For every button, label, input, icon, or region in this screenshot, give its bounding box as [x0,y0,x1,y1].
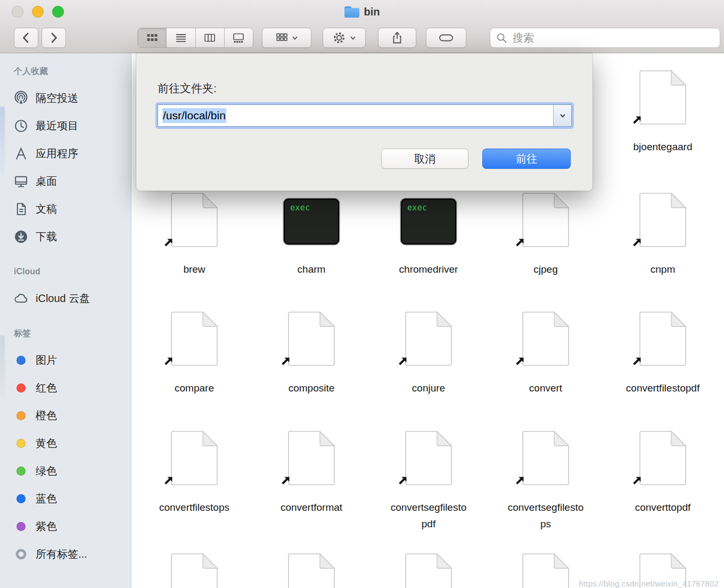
column-view-button[interactable] [196,28,225,47]
sidebar-item-tag[interactable]: 橙色 [0,402,131,429]
sidebar-item-label: 最近项目 [36,119,78,133]
group-menu-button[interactable] [262,28,311,48]
path-dropdown-button[interactable] [553,105,571,126]
sidebar-item-label: 紫色 [36,519,57,534]
gallery-view-button[interactable] [225,28,253,47]
file-convertformat[interactable]: convertformat [253,430,370,516]
file-name: bjoentegaard [634,138,693,155]
file-icon-area [370,552,487,588]
file-chromedriver[interactable]: execchromedriver [370,192,487,277]
sidebar-item-label: iCloud 云盘 [36,291,90,306]
list-view-button[interactable] [167,28,195,47]
search-input[interactable] [512,31,714,45]
sidebar-section: 标签图片红色橙色黄色绿色蓝色紫色 所有标签... [0,327,131,568]
sidebar-item-tag[interactable]: 蓝色 [0,485,131,512]
file-name: convertsegfilesto pdf [391,499,467,532]
document-icon [521,192,570,248]
alias-arrow-icon [513,356,525,369]
cancel-button[interactable]: 取消 [381,149,468,169]
alias-arrow-icon [630,475,643,488]
alias-arrow-icon [161,237,174,250]
grouping-icon [275,31,288,44]
file-icon-area [136,552,253,588]
sidebar-section-header: 个人收藏 [0,65,131,78]
file-convert[interactable]: convert [487,311,604,396]
document-icon [287,311,336,367]
file-name: convertsegfilesto ps [508,499,584,532]
sidebar-item-label: 橙色 [36,409,57,423]
file-cjpeg[interactable]: cjpeg [487,192,604,277]
file-partial[interactable] [370,552,487,588]
file-name: convertfilestops [159,499,229,516]
path-input[interactable]: /usr/local/bin [158,105,553,126]
alias-arrow-icon [513,237,525,250]
sidebar-item-downloads[interactable]: 下载 [0,223,131,250]
file-convertsegfilestops[interactable]: convertsegfilesto ps [487,430,604,532]
document-icon [404,430,453,486]
file-converttopdf[interactable]: converttopdf [604,430,721,516]
list-view-icon [175,31,187,44]
chevron-down-icon [349,34,357,42]
sidebar-item-tag[interactable]: 紫色 [0,512,131,540]
sidebar-item-tag[interactable]: 图片 [0,346,131,374]
go-button[interactable]: 前往 [482,149,571,169]
document-icon [638,311,687,367]
sidebar-item-icloud[interactable]: iCloud 云盘 [0,284,131,312]
sidebar-item-applications[interactable]: 应用程序 [0,140,131,167]
document-icon [404,552,453,588]
sidebar-item-recents[interactable]: 最近项目 [0,112,131,140]
search-icon [496,32,507,44]
file-cnpm[interactable]: cnpm [604,192,721,277]
alias-arrow-icon [278,356,291,369]
file-convertsegfilestopdf[interactable]: convertsegfilesto pdf [370,430,487,532]
file-composite[interactable]: composite [253,311,370,396]
finder-window: bjoentegaard brewexeccharmexecchromedriv… [0,0,724,588]
file-icon-area [136,311,253,367]
chevron-down-icon [291,34,299,42]
alias-arrow-icon [396,475,408,488]
file-icon-area [487,311,604,367]
desktop-bleedthrough [0,336,5,399]
sidebar-item-label: 图片 [36,353,57,368]
sidebar-item-label: 黄色 [36,436,57,451]
executable-icon: exec [284,199,339,244]
sidebar-item-documents[interactable]: 文稿 [0,195,131,223]
file-bjoentegaard[interactable]: bjoentegaard [604,69,721,155]
sidebar-item-tag[interactable]: 绿色 [0,457,131,485]
documents-icon [13,201,29,216]
document-icon [287,430,336,486]
share-button[interactable] [378,28,416,48]
file-conjure[interactable]: conjure [370,311,487,396]
back-button[interactable] [14,28,38,48]
tag-button[interactable] [426,28,466,48]
sidebar-section-header: iCloud [0,265,131,278]
sidebar-item-airdrop[interactable]: 隔空投送 [0,84,131,112]
view-mode-switcher [137,28,253,48]
gear-icon [332,31,346,45]
file-icon-area [370,430,487,486]
sidebar-item-label: 隔空投送 [36,91,78,105]
file-brew[interactable]: brew [136,192,253,277]
file-convertfilestopdf[interactable]: convertfilestopdf [604,311,721,396]
document-icon [170,192,219,248]
search-field[interactable] [490,28,720,48]
document-icon [287,552,336,588]
file-partial[interactable] [253,552,370,588]
forward-button[interactable] [42,28,66,48]
tag-dot-icon [13,491,29,506]
action-menu-button[interactable] [323,28,366,48]
sidebar-item-label: 蓝色 [36,492,57,506]
file-partial[interactable] [136,552,253,588]
file-convertfilestops[interactable]: convertfilestops [136,430,253,516]
sidebar-item-desktop[interactable]: 桌面 [0,167,131,195]
dialog-label: 前往文件夹: [158,81,217,96]
file-charm[interactable]: execcharm [253,192,370,277]
sidebar-item-tag[interactable]: 红色 [0,374,131,402]
file-compare[interactable]: compare [136,311,253,396]
sidebar-item-tag[interactable]: 黄色 [0,429,131,457]
sidebar-item-all-tags[interactable]: 所有标签... [0,540,131,568]
file-icon-area [136,192,253,248]
file-icon-area [604,311,721,367]
icon-view-button[interactable] [138,28,167,47]
file-icon-area: exec [370,192,487,248]
